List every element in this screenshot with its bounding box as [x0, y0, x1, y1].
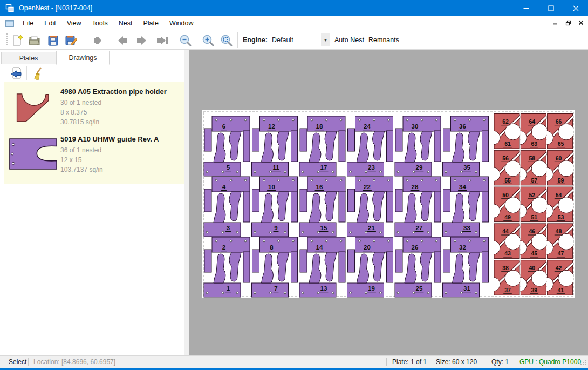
svg-text:55: 55: [504, 177, 511, 184]
menu-nest[interactable]: Nest: [113, 17, 138, 30]
svg-text:8: 8: [270, 244, 274, 251]
svg-text:13: 13: [320, 285, 327, 292]
zoom-in-button[interactable]: [201, 33, 216, 48]
menu-file[interactable]: File: [17, 17, 39, 30]
svg-text:64: 64: [529, 118, 535, 125]
svg-text:9: 9: [274, 225, 277, 231]
drawing-nested-count: 30 of 1 nested: [60, 98, 167, 107]
zoom-out-button[interactable]: [178, 33, 193, 48]
minimize-button[interactable]: [514, 0, 538, 16]
previous-plate-button[interactable]: [114, 33, 129, 48]
maximize-icon: [548, 5, 554, 11]
status-location: Location: [84.8696, 60.6957]: [33, 358, 115, 366]
status-separator: [514, 358, 514, 366]
toolbar-grip[interactable]: [6, 33, 8, 46]
engine-value: Default: [270, 36, 321, 44]
menu-window[interactable]: Window: [164, 17, 199, 30]
svg-text:54: 54: [556, 192, 562, 198]
previous-plate-icon: [115, 34, 129, 47]
svg-text:34: 34: [459, 184, 466, 190]
save-as-icon: [64, 34, 78, 47]
status-bar: Select Location: [84.8696, 60.6957] Plat…: [0, 355, 588, 368]
minimize-icon: [523, 5, 529, 11]
svg-text:23: 23: [368, 164, 375, 171]
toolbar-separator: [237, 32, 238, 48]
drawing-item[interactable]: 5019 A10 UHMW guide Rev. A 36 of 1 neste…: [4, 132, 184, 179]
svg-text:26: 26: [412, 244, 419, 251]
svg-text:12: 12: [268, 123, 275, 130]
panel-toolbar-separator: [26, 66, 27, 80]
drawing-thumbnail-purple-part: [9, 136, 58, 172]
open-button[interactable]: [27, 33, 42, 48]
save-as-button[interactable]: [64, 33, 79, 48]
menu-view[interactable]: View: [61, 17, 87, 30]
svg-text:32: 32: [459, 244, 466, 251]
mdi-restore-button[interactable]: [563, 17, 573, 28]
save-button[interactable]: [45, 33, 60, 48]
tab-drawings[interactable]: Drawings: [56, 51, 110, 65]
maximize-button[interactable]: [538, 0, 563, 16]
resize-grip[interactable]: [580, 359, 586, 366]
import-drawing-icon: [9, 66, 23, 80]
menu-plate[interactable]: Plate: [138, 17, 164, 30]
svg-text:31: 31: [463, 285, 470, 292]
engine-combobox[interactable]: Default ▼: [270, 33, 330, 46]
svg-text:4: 4: [222, 184, 226, 190]
svg-text:42: 42: [556, 265, 562, 271]
svg-text:18: 18: [316, 123, 323, 130]
svg-text:58: 58: [529, 155, 535, 162]
drawings-list: 4980 A05 Extraction pipe holder 30 of 1 …: [4, 82, 184, 184]
svg-text:5: 5: [227, 164, 230, 171]
svg-text:49: 49: [504, 214, 511, 220]
svg-text:10: 10: [268, 184, 275, 190]
drawing-item[interactable]: 4980 A05 Extraction pipe holder 30 of 1 …: [4, 84, 184, 132]
close-button[interactable]: [563, 0, 588, 16]
menu-edit[interactable]: Edit: [39, 17, 61, 30]
svg-text:27: 27: [416, 225, 423, 231]
mdi-minimize-button[interactable]: [550, 17, 560, 28]
save-icon: [46, 34, 59, 47]
window-bottom-border: [0, 368, 588, 370]
chevron-down-icon[interactable]: ▼: [321, 33, 330, 46]
tab-plates[interactable]: Plates: [1, 52, 56, 64]
drawing-thumbnail-red-part: [9, 89, 58, 126]
drawings-toolbar: [0, 64, 184, 82]
svg-text:40: 40: [529, 265, 535, 271]
new-button[interactable]: [10, 33, 25, 48]
zoom-fit-button[interactable]: [219, 33, 234, 48]
svg-text:63: 63: [531, 140, 537, 147]
clear-drawings-button[interactable]: [30, 66, 45, 81]
left-panel: Plates Drawings 4980 A05 Extraction pipe…: [0, 50, 184, 355]
next-plate-icon: [135, 34, 149, 47]
toolbar-separator: [174, 32, 174, 48]
first-plate-button[interactable]: [93, 33, 108, 48]
svg-text:62: 62: [502, 118, 509, 125]
drawing-size: 8 x 8.375: [60, 107, 167, 117]
next-plate-button[interactable]: [135, 33, 150, 48]
svg-text:25: 25: [416, 285, 423, 292]
nest-plate[interactable]: 6512111817242330293635431091615222128273…: [189, 50, 588, 355]
remnants-button[interactable]: Remnants: [365, 33, 402, 46]
status-plate: Plate: 1 of 1: [392, 358, 427, 366]
svg-text:21: 21: [368, 225, 375, 231]
mdi-close-button[interactable]: [576, 17, 586, 28]
first-plate-icon: [94, 34, 108, 47]
svg-text:60: 60: [556, 155, 562, 162]
svg-text:38: 38: [502, 265, 509, 271]
import-drawing-button[interactable]: [8, 66, 23, 81]
svg-text:15: 15: [320, 225, 327, 231]
svg-text:6: 6: [222, 123, 225, 130]
status-separator: [430, 358, 430, 366]
window-title: OpenNest - [N0317-004]: [19, 4, 92, 12]
svg-text:14: 14: [316, 244, 323, 251]
drawing-nested-count: 36 of 1 nested: [60, 145, 159, 155]
panel-splitter[interactable]: [184, 50, 189, 355]
svg-text:47: 47: [558, 250, 564, 257]
auto-nest-button[interactable]: Auto Nest: [331, 33, 367, 46]
last-plate-button[interactable]: [155, 33, 170, 48]
zoom-fit-icon: [220, 33, 234, 48]
svg-text:3: 3: [227, 225, 230, 231]
new-file-icon: [11, 34, 24, 47]
nest-canvas[interactable]: 6512111817242330293635431091615222128273…: [189, 50, 588, 355]
menu-tools[interactable]: Tools: [87, 17, 113, 30]
